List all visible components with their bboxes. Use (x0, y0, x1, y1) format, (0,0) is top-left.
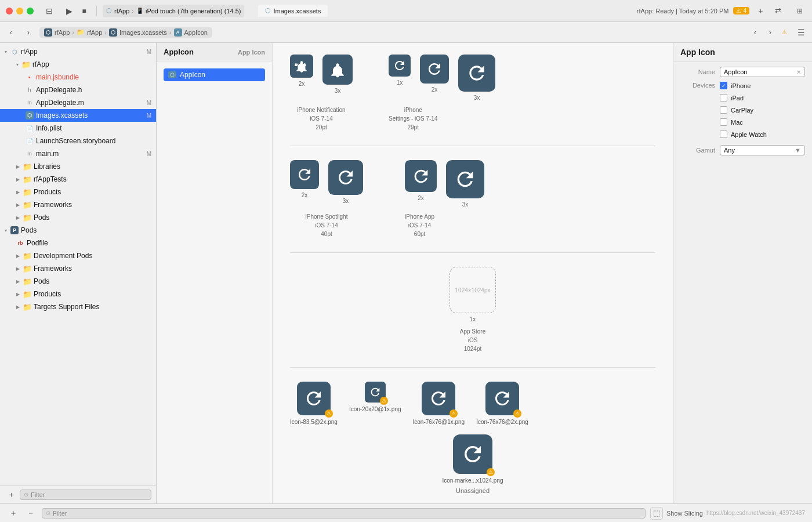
bottom-add-button[interactable]: ＋ (7, 507, 20, 520)
icon-cell-spotlight-3x[interactable]: 3x (328, 160, 363, 205)
devices-checkboxes: ✓ iPhone iPad CarPlay Mac (720, 82, 805, 140)
ipad-checkbox[interactable] (720, 94, 727, 102)
sidebar-label-products-pods: Products (34, 290, 151, 298)
sidebar-item-frameworks-rfapp[interactable]: ▶ 📁 Frameworks (0, 198, 156, 211)
sidebar-filter-input[interactable]: ⊙ Filter (20, 490, 151, 500)
titlebar: ⊟ ▶ ■ ⬡ rfApp › 📱 iPod touch (7th genera… (0, 0, 812, 22)
icon-cell-notif-2x[interactable]: 2x (290, 55, 313, 88)
icon-cell-spotlight-2x[interactable]: 2x (290, 160, 319, 200)
sidebar-item-pods-rfapp[interactable]: ▶ 📁 Pods (0, 211, 156, 224)
sidebar-toggle-icon[interactable]: ⊟ (43, 5, 56, 17)
sidebar-label-xcassets: Images.xcassets (36, 111, 144, 119)
appicon-app-3x (446, 160, 484, 198)
run-button[interactable]: ▶ (63, 5, 75, 17)
bottom-remove-button[interactable]: － (24, 507, 37, 520)
stop-button[interactable]: ■ (78, 5, 90, 17)
sidebar-label-launchscreen: LaunchScreen.storyboard (36, 137, 151, 145)
icon-cell-76x76-1x[interactable]: ⚠ Icon-76x76@1x.png (413, 382, 465, 425)
tab-label: Images.xcassets (273, 8, 321, 14)
gamut-select[interactable]: Any ▼ (720, 145, 805, 155)
appicon-spotlight-3x (328, 160, 363, 195)
icon-label-appstore-1x: 1x (449, 316, 496, 324)
sidebar-label-podfile: Podfile (27, 239, 151, 247)
sidebar-item-devpods[interactable]: ▶ 📁 Development Pods (0, 249, 156, 262)
warning-badge[interactable]: ⚠ 4 (733, 7, 749, 14)
mac-checkbox[interactable] (720, 118, 727, 126)
divider-1 (290, 146, 655, 146)
sidebar-item-targets-support[interactable]: ▶ 📁 Targets Support Files (0, 300, 156, 313)
sidebar-item-rfapptests[interactable]: ▶ 📁 rfAppTests (0, 173, 156, 186)
sidebar-item-products-pods[interactable]: ▶ 📁 Products (0, 288, 156, 300)
appicon-selected-item[interactable]: ⬡ AppIcon (164, 68, 265, 81)
appicon-76x76-2x: ⚠ (485, 382, 519, 415)
show-slicing-icon[interactable]: ⬚ (650, 507, 663, 520)
layout-button[interactable]: ⇄ (771, 5, 784, 17)
warning-icon-20x20-1x: ⚠ (380, 397, 388, 405)
sidebar-item-pods-root[interactable]: ▾ P Pods (0, 224, 156, 237)
images-xcassets-tab[interactable]: ⬡ Images.xcassets (258, 5, 328, 17)
iphone-checkbox[interactable]: ✓ (720, 82, 727, 89)
back-button[interactable]: ‹ (5, 26, 17, 39)
prev-warning-button[interactable]: ‹ (749, 26, 762, 39)
icon-cell-settings-3x[interactable]: 3x (458, 55, 495, 102)
triangle-pods-rfapp: ▶ (16, 215, 20, 220)
name-input[interactable]: AppIcon ✕ (720, 67, 805, 77)
triangle-pods-pods: ▶ (16, 279, 20, 284)
icon-label-settings-1x: 1x (397, 79, 403, 87)
panel-toggle-btn[interactable]: ⊞ (793, 5, 806, 17)
icon-cell-appstore[interactable]: 1024×1024px 1x (449, 267, 496, 324)
icon-cell-settings-2x[interactable]: 2x (420, 55, 449, 94)
name-clear-icon[interactable]: ✕ (796, 69, 801, 75)
sidebar-item-frameworks-pods[interactable]: ▶ 📁 Frameworks (0, 262, 156, 275)
sidebar-item-images-xcassets[interactable]: ⬡ Images.xcassets M (0, 109, 156, 122)
sidebar-item-mainm[interactable]: m main.m M (0, 147, 156, 160)
sidebar-item-pods-pods[interactable]: ▶ 📁 Pods (0, 275, 156, 288)
carplay-checkbox[interactable] (720, 106, 727, 114)
sidebar-item-appdelegatem[interactable]: m AppDelegate.m M (0, 96, 156, 109)
icon-cell-settings-1x[interactable]: 1x (389, 55, 411, 87)
add-tab-button[interactable]: ＋ (754, 5, 767, 17)
sidebar-item-infoplist[interactable]: 📄 Info.plist (0, 122, 156, 135)
applewatch-checkbox[interactable] (720, 130, 727, 138)
icon-cell-notif-3x[interactable]: 3x (322, 55, 353, 95)
sidebar-add-button[interactable]: ＋ (5, 488, 17, 501)
ipad-label: iPad (731, 95, 744, 102)
carplay-label: CarPlay (731, 107, 753, 114)
maximize-button[interactable] (27, 8, 34, 14)
forward-button[interactable]: › (22, 26, 35, 39)
icon-cell-83-5-2x[interactable]: ⚠ Icon-83.5@2x.png (290, 382, 338, 425)
m-icon: m (26, 99, 34, 107)
sidebar-label-frameworks-rfapp: Frameworks (34, 201, 151, 209)
sidebar-item-rfapp-folder[interactable]: ▾ 📁 rfApp (0, 58, 156, 71)
icon-cell-76x76-2x[interactable]: ⚠ Icon-76x76@2x.png (476, 382, 528, 425)
bottom-filter-input[interactable]: ⊙ Filter (42, 508, 646, 519)
sidebar: ▾ ⬡ rfApp M ▾ 📁 rfApp ▪ main.jsbundle (0, 43, 157, 503)
sidebar-item-products-rfapp[interactable]: ▶ 📁 Products (0, 186, 156, 198)
divider-3 (290, 367, 655, 368)
breadcrumb-images: Images.xcassets (119, 29, 167, 36)
sidebar-item-rfapp-root[interactable]: ▾ ⬡ rfApp M (0, 45, 156, 58)
close-button[interactable] (6, 8, 13, 14)
label-iphone-spotlight: iPhone SpotlightiOS 7-1440pt (290, 212, 363, 238)
sidebar-item-mainjsbundle[interactable]: ▪ main.jsbundle (0, 71, 156, 84)
sidebar-label-mainm: main.m (36, 150, 144, 158)
icon-cell-app-2x[interactable]: 2x (405, 160, 437, 202)
expand-icon-pods: ▾ (5, 228, 7, 233)
icon-label-settings-3x: 3x (474, 94, 480, 102)
inspector-toggle-button[interactable]: ☰ (795, 26, 807, 39)
label-iphone-notification: iPhone NotificationiOS 7-1420pt (290, 106, 353, 132)
icon-cell-app-3x[interactable]: 3x (446, 160, 484, 209)
folder-devpods: 📁 (23, 252, 31, 260)
next-warning-button[interactable]: › (764, 26, 777, 39)
storyboard-icon: 📄 (26, 137, 34, 145)
sidebar-item-podfile[interactable]: rb Podfile (0, 237, 156, 249)
divider-2 (290, 252, 655, 253)
icon-cell-20x20-1x[interactable]: ⚠ Icon-20x20@1x.png (349, 382, 401, 412)
icon-cell-market-1024[interactable]: ⚠ Icon-marke...x1024.png Unassigned (290, 434, 655, 494)
minimize-button[interactable] (16, 8, 23, 14)
sidebar-item-appdelegateh[interactable]: h AppDelegate.h (0, 84, 156, 96)
sidebar-item-libraries[interactable]: ▶ 📁 Libraries (0, 160, 156, 173)
sidebar-item-launchscreen[interactable]: 📄 LaunchScreen.storyboard (0, 135, 156, 147)
icon-label-settings-2x: 2x (432, 86, 438, 94)
scheme-selector[interactable]: ⬡ rfApp › 📱 iPod touch (7th generation) … (103, 5, 244, 17)
